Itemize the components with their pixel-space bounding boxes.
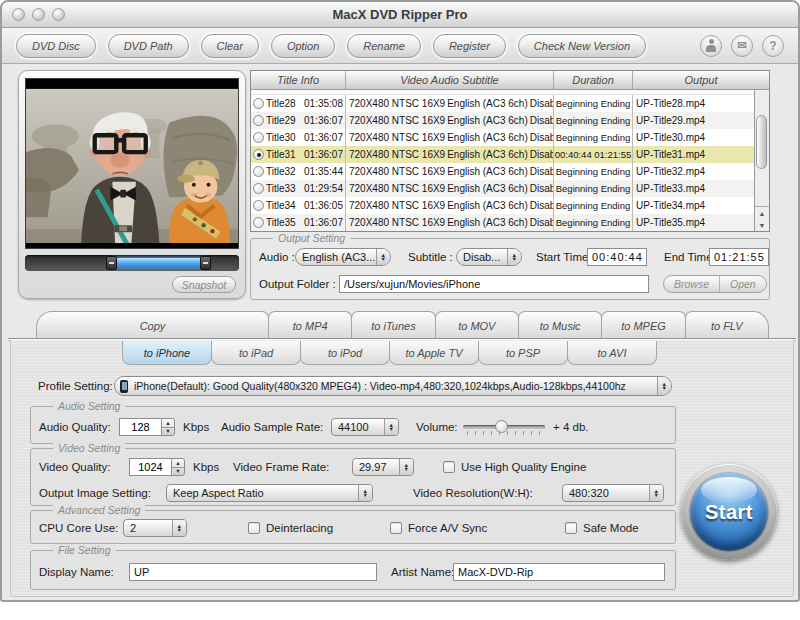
toolbar-button-check-new-version[interactable]: Check New Version <box>518 34 646 58</box>
tab-copy[interactable]: Copy <box>36 311 269 339</box>
column-header-video-audio-subtitle[interactable]: Video Audio Subtitle <box>346 71 554 89</box>
table-row[interactable]: Title34 01:36:05 720X480 NTSC 16X9 Engli… <box>251 197 754 214</box>
output-setting-group: Output Setting Audio : English (AC3... ▲… <box>250 238 770 300</box>
start-time-input[interactable] <box>587 248 647 266</box>
tab-to-avi[interactable]: to AVI <box>567 341 657 365</box>
column-header-output[interactable]: Output <box>633 71 769 89</box>
row-title: Title29 <box>266 115 296 126</box>
hq-engine-checkbox[interactable] <box>443 461 455 473</box>
image-setting-select[interactable]: Keep Aspect Ratio ▲▼ <box>166 484 373 502</box>
scrollbar-thumb[interactable] <box>756 115 767 169</box>
row-audio-format: English (AC3 6ch) <box>447 200 528 211</box>
row-output-file: UP-Title30.mp4 <box>633 129 754 146</box>
scroll-up-arrow[interactable]: ▲ <box>755 207 769 219</box>
row-radio[interactable] <box>253 115 264 126</box>
row-radio[interactable] <box>253 217 264 228</box>
toolbar-button-rename[interactable]: Rename <box>347 34 421 58</box>
popup-arrows-icon: ▲▼ <box>376 249 390 265</box>
audio-quality-label: Audio Quality: <box>39 421 111 433</box>
tab-to-ipad[interactable]: to iPad <box>211 341 301 365</box>
tab-to-ipod[interactable]: to iPod <box>300 341 390 365</box>
table-scrollbar[interactable]: ▲ ▼ <box>754 90 769 231</box>
tab-to-iphone[interactable]: to iPhone <box>122 341 212 365</box>
row-length: 01:35:08 <box>304 98 345 109</box>
audio-select[interactable]: English (AC3... ▲▼ <box>295 248 391 266</box>
snapshot-button[interactable]: Snapshot <box>172 276 236 293</box>
row-audio-format: English (AC3 6ch) <box>447 132 528 143</box>
artist-name-input[interactable] <box>453 563 665 581</box>
row-radio[interactable] <box>253 98 264 109</box>
subtitle-select[interactable]: Disab... ▲▼ <box>456 248 522 266</box>
table-row[interactable]: Title28 01:35:08 720X480 NTSC 16X9 Engli… <box>251 95 754 112</box>
table-row[interactable]: Title32 01:35:44 720X480 NTSC 16X9 Engli… <box>251 163 754 180</box>
cpu-core-select[interactable]: 2 ▲▼ <box>123 519 187 537</box>
toolbar-button-register[interactable]: Register <box>433 34 506 58</box>
row-audio-format: English (AC3 6ch) <box>447 166 528 177</box>
trim-slider[interactable] <box>25 255 239 271</box>
row-video-format: 720X480 NTSC 16X9 <box>349 98 445 109</box>
window-title: MacX DVD Ripper Pro <box>2 7 798 22</box>
toolbar-button-clear[interactable]: Clear <box>201 34 259 58</box>
popup-arrows-icon: ▲▼ <box>399 459 413 475</box>
deinterlacing-checkbox[interactable] <box>248 522 260 534</box>
profile-setting-select[interactable]: iPhone(Default): Good Quality(480x320 MP… <box>114 376 672 396</box>
row-output-file: UP-Title33.mp4 <box>633 180 754 197</box>
popup-arrows-icon: ▲▼ <box>649 485 663 501</box>
audio-quality-input[interactable] <box>119 418 161 436</box>
tab-to-music[interactable]: to Music <box>518 311 602 339</box>
start-button[interactable]: Start <box>681 464 777 560</box>
row-radio[interactable] <box>253 132 264 143</box>
toolbar-button-dvd-disc[interactable]: DVD Disc <box>16 34 96 58</box>
stepper-arrows-icon[interactable]: ▲▼ <box>171 458 185 476</box>
frame-rate-select[interactable]: 29.97 ▲▼ <box>352 458 414 476</box>
table-row[interactable]: Title33 01:29:54 720X480 NTSC 16X9 Engli… <box>251 180 754 197</box>
volume-slider[interactable] <box>463 418 545 436</box>
help-button[interactable]: ? <box>762 35 784 57</box>
row-length: 01:36:05 <box>304 200 345 211</box>
video-quality-stepper: ▲▼ <box>129 458 185 476</box>
browse-button[interactable]: Browse <box>664 276 720 292</box>
trim-end-handle[interactable] <box>200 256 211 270</box>
popup-arrows-icon: ▲▼ <box>507 249 521 265</box>
scroll-down-arrow[interactable]: ▼ <box>755 219 769 231</box>
toolbar-button-dvd-path[interactable]: DVD Path <box>108 34 189 58</box>
video-quality-input[interactable] <box>129 458 171 476</box>
table-header: Title Info Video Audio Subtitle Duration… <box>251 71 769 90</box>
table-row[interactable]: Title31 01:36:07 720X480 NTSC 16X9 Engli… <box>251 146 754 163</box>
output-folder-input[interactable] <box>339 275 649 293</box>
stepper-arrows-icon[interactable]: ▲▼ <box>161 418 175 436</box>
tab-to-mp4[interactable]: to MP4 <box>268 311 352 339</box>
toolbar-button-option[interactable]: Option <box>271 34 335 58</box>
table-row[interactable]: Title35 01:36:07 720X480 NTSC 16X9 Engli… <box>251 214 754 231</box>
end-time-input[interactable] <box>709 248 769 266</box>
contact-mail-button[interactable]: ✉ <box>731 35 753 57</box>
row-length: 01:36:07 <box>304 132 345 143</box>
display-name-input[interactable] <box>129 563 377 581</box>
user-account-button[interactable] <box>700 35 722 57</box>
tab-to-mpeg[interactable]: to MPEG <box>601 311 685 339</box>
sample-rate-select[interactable]: 44100 ▲▼ <box>331 418 399 436</box>
open-button[interactable]: Open <box>720 276 766 292</box>
column-header-duration[interactable]: Duration <box>554 71 633 89</box>
safe-mode-checkbox[interactable] <box>565 522 577 534</box>
column-header-title-info[interactable]: Title Info <box>251 71 346 89</box>
table-row[interactable]: Title29 01:36:07 720X480 NTSC 16X9 Engli… <box>251 112 754 129</box>
force-av-sync-checkbox[interactable] <box>390 522 402 534</box>
force-av-sync-label: Force A/V Sync <box>408 522 487 534</box>
tab-to-apple-tv[interactable]: to Apple TV <box>389 341 479 365</box>
tab-to-flv[interactable]: to FLV <box>685 311 769 339</box>
tab-to-itunes[interactable]: to iTunes <box>351 311 435 339</box>
row-radio[interactable] <box>253 149 264 160</box>
row-radio[interactable] <box>253 200 264 211</box>
title-table-body: Title28 01:35:08 720X480 NTSC 16X9 Engli… <box>251 90 754 231</box>
tab-to-mov[interactable]: to MOV <box>435 311 519 339</box>
volume-slider-thumb[interactable] <box>495 420 508 433</box>
table-row[interactable]: Title30 01:36:07 720X480 NTSC 16X9 Engli… <box>251 129 754 146</box>
video-setting-label: Video Setting <box>53 442 125 454</box>
movie-frame-image <box>26 79 238 248</box>
row-radio[interactable] <box>253 166 264 177</box>
tab-to-psp[interactable]: to PSP <box>478 341 568 365</box>
row-radio[interactable] <box>253 183 264 194</box>
trim-start-handle[interactable] <box>106 256 117 270</box>
resolution-select[interactable]: 480:320 ▲▼ <box>562 484 664 502</box>
